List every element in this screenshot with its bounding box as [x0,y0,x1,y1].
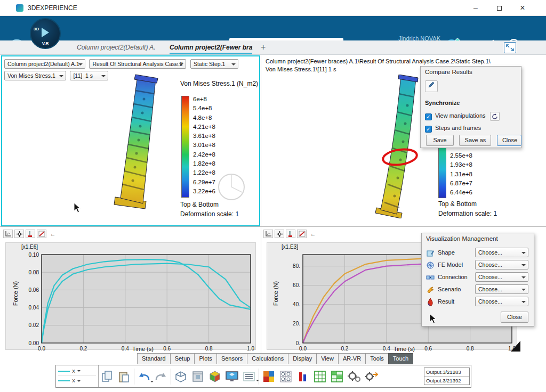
clear-plot-icon[interactable] [297,230,307,238]
undo-icon[interactable] [135,368,152,386]
svg-text:0.6: 0.6 [424,346,432,352]
color-legend-bar [181,96,189,198]
tab-column-project2-default[interactable]: Column project2(Default) A. [77,40,156,54]
legend-value: 5.4e+8 [193,104,215,113]
isometric-view-icon[interactable] [172,368,189,386]
new-tab-button[interactable]: + [261,43,266,52]
bottom-toolbar: X X Output.3/21283 Output.3 [55,365,471,388]
field-dropdown[interactable]: Von Mises Stress.1 [4,71,66,80]
mosaic-plot-icon[interactable] [260,368,277,386]
ribbon-tab[interactable]: Standard [137,353,171,364]
chevron-down-icon [521,264,526,266]
svg-text:20.: 20. [293,321,300,326]
frame-dropdown[interactable]: [11] 1 s [70,71,108,80]
legend-value: 6.29e+7 [193,178,215,187]
viewport-divider-horizontal[interactable] [0,226,546,227]
ribbon-tab[interactable]: Sensors [216,353,247,364]
ribbon-tab[interactable]: View [316,353,339,364]
ribbon-tab[interactable]: Display [288,353,317,364]
viz-row-fe-model: FE Model Choose... [422,259,534,272]
axis-marker-icon[interactable] [26,230,35,238]
bar-columns-icon[interactable] [294,368,311,386]
tab-column-project2-fewer-braces[interactable]: Column project2(Fewer bra [170,40,252,54]
axis-marker-icon[interactable] [286,230,295,238]
svg-text:0.02: 0.02 [29,322,39,328]
fe-model-choose-dropdown[interactable]: Choose... [475,260,528,270]
green-table-filled-icon[interactable] [328,368,346,386]
pencil-icon [428,81,435,88]
viz-row-scenario: Scenario Choose... [422,284,534,296]
scenario-choose-dropdown[interactable]: Choose... [475,284,528,294]
shape-choose-dropdown[interactable]: Choose... [475,248,528,257]
paste-icon[interactable] [116,368,133,386]
svg-text:0.: 0. [296,340,300,346]
legend-value: 1.93e+8 [450,160,472,169]
view-manipulations-checkbox[interactable]: ✓ [425,113,432,120]
svg-text:0.0: 0.0 [299,346,307,352]
resize-handle[interactable] [511,341,520,352]
compass-3d-icon[interactable]: 3D V.R [30,18,61,49]
maximize-button[interactable] [487,0,511,16]
force-time-chart-left[interactable]: 0.00.20.40.60.81.00.000.020.040.060.080.… [18,249,258,355]
chevron-down-icon [521,252,526,254]
dialog-title: Visualization Management [422,233,534,244]
series-legend-row[interactable]: X [58,366,96,376]
ribbon-tab[interactable]: Tools [365,353,389,364]
list-options-icon[interactable] [240,368,258,386]
copy-icon[interactable] [99,368,116,386]
cursor-pointer [74,202,81,213]
redo-icon[interactable] [152,368,170,386]
viewport-left[interactable]: Column project2(Default) A.1 Result Of S… [1,55,260,226]
gears-icon[interactable] [346,368,363,386]
step-dropdown[interactable]: Static Step.1 [190,59,238,69]
back-arrow-icon[interactable]: ← [308,230,318,238]
result-case-dropdown[interactable]: Result Of Structural Analysis Case.2 [89,59,186,69]
colored-cube-icon[interactable] [206,368,223,386]
save-as-button[interactable]: Save as [459,135,491,146]
legend-title: Von Mises Stress.1 (N_m2) [180,80,258,87]
visualization-management-dialog: Visualization Management Shape Choose...… [421,233,534,326]
chart-grid-icon[interactable] [263,230,273,238]
plot-series-legend[interactable]: X X [56,365,99,387]
ribbon-tab[interactable]: Calculations [247,353,288,364]
printer-3d-icon[interactable] [189,368,206,386]
connection-choose-dropdown[interactable]: Choose... [475,272,528,282]
axis-scale-label: [x1.E6] [21,244,38,250]
clear-plot-icon[interactable] [37,230,46,238]
ribbon-tab[interactable]: Setup [170,353,195,364]
back-arrow-icon[interactable]: ← [48,230,58,238]
x-axis-label: Time (s) [394,346,415,352]
gear-export-icon[interactable] [363,368,380,386]
screen-view-icon[interactable] [223,368,240,386]
sync-refresh-button[interactable] [490,112,500,121]
pan-fit-icon[interactable] [275,230,284,238]
toolbar-separator [134,369,134,385]
output-option[interactable]: Output.3/21283 [424,368,469,377]
chart-grid-icon[interactable] [3,230,13,238]
ribbon-tab[interactable]: Plots [194,353,216,364]
ribbon-tab[interactable]: Touch [388,353,413,364]
rotation-gizmo-icon[interactable] [215,171,247,203]
edit-compare-button[interactable] [425,80,438,92]
close-button[interactable]: × [511,0,534,16]
expand-viewports-button[interactable] [504,42,516,53]
close-dialog-button[interactable]: Close [497,135,521,146]
output-selector[interactable]: Output.3/21283 Output.3/21392 [424,368,470,385]
ribbon-tab[interactable]: AR-VR [338,353,366,364]
legend-value: 6e+8 [193,95,215,104]
close-dialog-button[interactable]: Close [501,312,528,323]
minimize-button[interactable]: – [464,0,487,16]
series-line-swatch [58,371,70,372]
output-option[interactable]: Output.3/21392 [424,377,469,385]
legend-value: 3.01e+8 [193,141,215,150]
green-table-icon[interactable] [311,368,328,386]
ribbon-tab-bar: StandardSetupPlotsSensorsCalculationsDis… [138,353,413,364]
result-choose-dropdown[interactable]: Choose... [475,297,528,306]
contour-grid-icon[interactable] [277,368,294,386]
save-button[interactable]: Save [426,135,454,146]
model-dropdown[interactable]: Column project2(Default) A.1 [4,59,85,69]
series-legend-row[interactable]: X [58,376,96,386]
steps-frames-checkbox[interactable]: ✓ [425,126,432,133]
pan-fit-icon[interactable] [14,230,24,238]
viz-row-connection: Connection Choose... [422,272,534,284]
